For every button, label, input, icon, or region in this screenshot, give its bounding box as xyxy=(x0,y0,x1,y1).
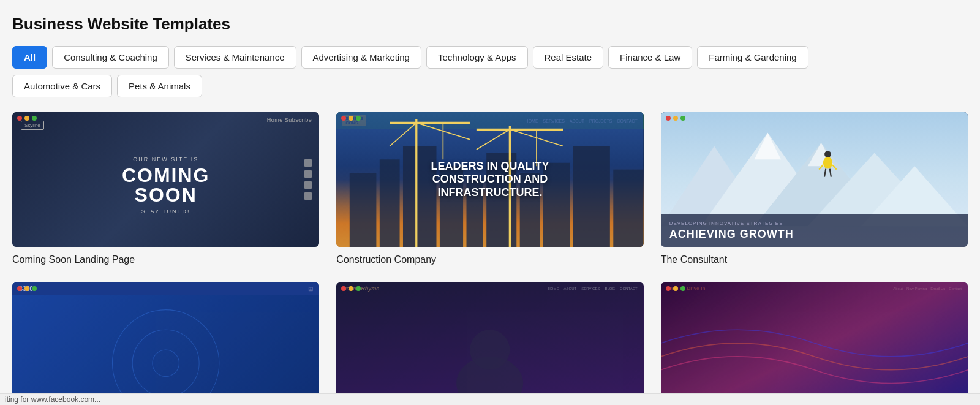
svg-point-29 xyxy=(823,157,832,169)
filter-btn-automotive[interactable]: Automotive & Cars xyxy=(12,75,112,97)
window-dots xyxy=(17,286,37,291)
window-dots xyxy=(341,116,361,121)
cs-logo: Skyline xyxy=(21,121,44,130)
browser-status-bar: iting for www.facebook.com... xyxy=(0,393,980,405)
cs-nav: Home Subscribe xyxy=(267,117,312,123)
svg-rect-42 xyxy=(661,282,968,405)
filter-btn-advertising[interactable]: Advertising & Marketing xyxy=(301,46,421,69)
template-thumb-consultant[interactable]: JAMES CONSULTING AboutServicesProjectsGo… xyxy=(661,112,968,247)
window-dots xyxy=(666,116,685,121)
filter-bar-row2: Automotive & CarsPets & Animals xyxy=(12,75,968,97)
template-card[interactable]: SPHERECONS. HOMESERVICESABOUTPROJECTSCON… xyxy=(336,112,643,265)
window-dots xyxy=(17,116,37,121)
template-name: The Consultant xyxy=(661,254,968,265)
template-card[interactable]: JAMES CONSULTING AboutServicesProjectsGo… xyxy=(661,112,968,265)
filter-btn-technology[interactable]: Technology & Apps xyxy=(426,46,528,69)
filter-btn-finance[interactable]: Finance & Law xyxy=(608,46,692,69)
page-title: Business Website Templates xyxy=(12,15,968,34)
cs-social-icons xyxy=(304,159,312,200)
filter-btn-realestate[interactable]: Real Estate xyxy=(533,46,604,69)
template-card[interactable]: Skyline Home Subscribe OUR NEW SITE IS C… xyxy=(12,112,319,265)
con-center: LEADERS IN QUALITYCONSTRUCTION ANDINFRAS… xyxy=(336,112,643,247)
template-card[interactable]: Naomi Rhyme HOMEABOUTSERVICESBLOGCONTACT xyxy=(336,282,643,405)
template-thumb-passion[interactable]: Passion Drive-In AboutNew PlayingEmail U… xyxy=(661,282,968,405)
template-thumb-b360[interactable]: B360 ⊞ xyxy=(12,282,319,405)
filter-btn-all[interactable]: All xyxy=(12,46,47,69)
con2-bottom: DEVELOPING INNOVATIVE STRATEGIES ACHIEVI… xyxy=(661,214,968,247)
template-card[interactable]: B360 ⊞ xyxy=(12,282,319,405)
filter-btn-pets[interactable]: Pets & Animals xyxy=(117,75,202,97)
svg-rect-35 xyxy=(12,282,319,405)
template-thumb-naomi[interactable]: Naomi Rhyme HOMEABOUTSERVICESBLOGCONTACT xyxy=(336,282,643,405)
svg-point-30 xyxy=(824,151,831,157)
template-name: Coming Soon Landing Page xyxy=(12,254,319,265)
template-name: Construction Company xyxy=(336,254,643,265)
templates-grid: Skyline Home Subscribe OUR NEW SITE IS C… xyxy=(12,112,968,405)
cs-center: OUR NEW SITE IS COMINGSOON STAY TUNED! xyxy=(122,156,210,215)
filter-btn-consulting[interactable]: Consulting & Coaching xyxy=(52,46,169,69)
template-thumb-coming-soon[interactable]: Skyline Home Subscribe OUR NEW SITE IS C… xyxy=(12,112,319,247)
window-dots xyxy=(666,286,685,291)
filter-btn-services[interactable]: Services & Maintenance xyxy=(174,46,296,69)
template-card[interactable]: Passion Drive-In AboutNew PlayingEmail U… xyxy=(661,282,968,405)
window-dots xyxy=(341,286,361,291)
filter-btn-farming[interactable]: Farming & Gardening xyxy=(697,46,808,69)
template-thumb-construction[interactable]: SPHERECONS. HOMESERVICESABOUTPROJECTSCON… xyxy=(336,112,643,247)
svg-point-41 xyxy=(470,330,510,369)
filter-bar: AllConsulting & CoachingServices & Maint… xyxy=(12,46,968,69)
